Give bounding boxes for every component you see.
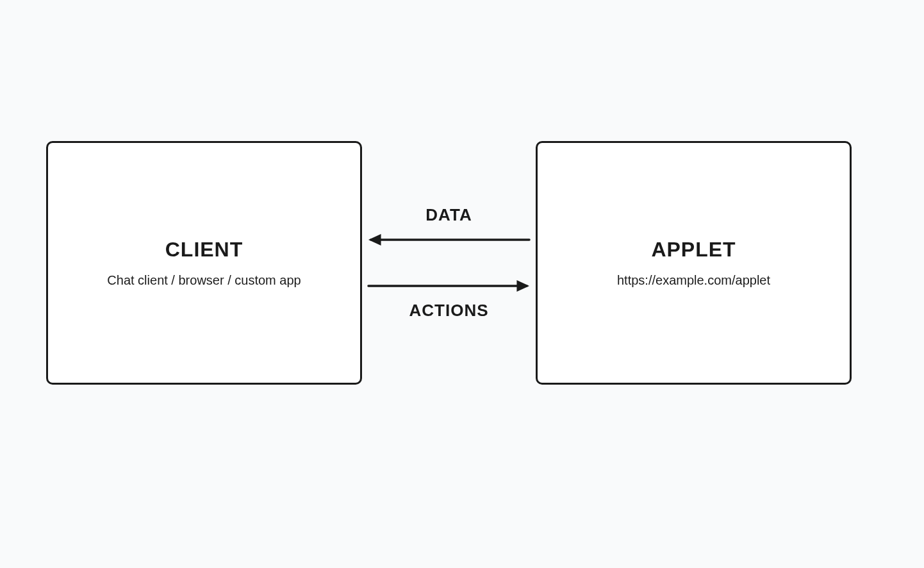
applet-subtitle: https://example.com/applet <box>617 273 770 288</box>
diagram-container: CLIENT Chat client / browser / custom ap… <box>46 141 852 385</box>
applet-title: APPLET <box>651 238 736 262</box>
applet-box: APPLET https://example.com/applet <box>536 141 852 385</box>
actions-arrow-label: ACTIONS <box>409 301 489 321</box>
actions-arrow-group: ACTIONS <box>367 279 531 321</box>
arrow-left-icon <box>367 233 531 247</box>
arrows-container: DATA ACTIONS <box>362 141 536 385</box>
data-arrow-group: DATA <box>367 205 531 247</box>
arrow-right-icon <box>367 279 531 293</box>
client-box: CLIENT Chat client / browser / custom ap… <box>46 141 362 385</box>
data-arrow-label: DATA <box>425 205 472 225</box>
client-subtitle: Chat client / browser / custom app <box>107 273 301 288</box>
svg-marker-3 <box>516 280 529 292</box>
client-title: CLIENT <box>165 238 243 262</box>
svg-marker-1 <box>368 234 381 246</box>
